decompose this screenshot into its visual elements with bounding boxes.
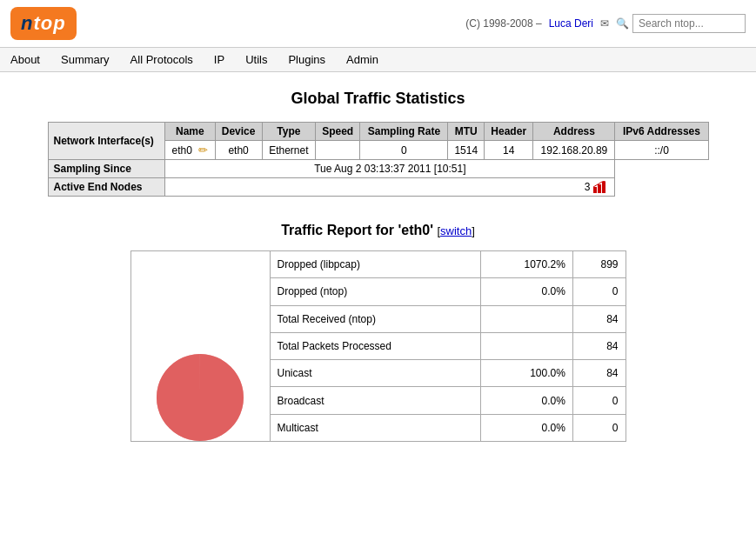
- traffic-title-text: Traffic Report for 'eth0': [281, 223, 437, 237]
- author-link[interactable]: Luca Deri: [549, 17, 593, 30]
- iface-device: eth0: [215, 141, 262, 160]
- search-icon: 🔍: [616, 17, 629, 30]
- logo-top: top: [33, 12, 65, 34]
- stat-val: 899: [572, 251, 626, 278]
- col-speed: Speed: [315, 123, 359, 141]
- nav-admin[interactable]: Admin: [343, 51, 382, 68]
- iface-ipv6: ::/0: [615, 141, 708, 160]
- stat-label: Total Packets Processed: [270, 332, 481, 359]
- col-name: Name: [165, 123, 215, 141]
- traffic-stat-row: Broadcast0.0%0: [270, 387, 626, 414]
- stat-pct: [481, 305, 572, 332]
- stat-label: Dropped (libpcap): [270, 251, 481, 278]
- nav-ip[interactable]: IP: [211, 51, 228, 68]
- stat-label: Dropped (ntop): [270, 278, 481, 305]
- sampling-since-value: Tue Aug 2 03:13:37 2011 [10:51]: [165, 160, 615, 178]
- chart-icon[interactable]: [593, 181, 609, 193]
- stat-pct: 0.0%: [481, 414, 572, 441]
- col-header: Header: [485, 123, 533, 141]
- iface-mtu: 1514: [448, 141, 485, 160]
- copyright-text: (C) 1998-2008 –: [465, 17, 541, 30]
- iface-name: eth0 ✏: [165, 141, 215, 160]
- iface-speed: [315, 141, 359, 160]
- iface-header: 14: [485, 141, 533, 160]
- network-interface-label: Network Interface(s): [48, 123, 165, 160]
- nav-about[interactable]: About: [7, 51, 43, 68]
- col-mtu: MTU: [448, 123, 485, 141]
- svg-rect-1: [598, 184, 601, 193]
- iface-sampling-rate: 0: [360, 141, 448, 160]
- stat-label: Total Received (ntop): [270, 305, 481, 332]
- stat-label: Multicast: [270, 414, 481, 441]
- stat-val: 84: [572, 360, 626, 387]
- stat-label: Unicast: [270, 360, 481, 387]
- header: ntop (C) 1998-2008 – Luca Deri ✉ 🔍: [0, 0, 756, 48]
- nav-all-protocols[interactable]: All Protocols: [127, 51, 197, 68]
- col-type: Type: [262, 123, 315, 141]
- traffic-stat-row: Dropped (libpcap)1070.2%899: [270, 251, 626, 278]
- header-right: (C) 1998-2008 – Luca Deri ✉ 🔍: [465, 14, 746, 33]
- col-sampling-rate: Sampling Rate: [360, 123, 448, 141]
- sampling-since-label: Sampling Since: [48, 160, 165, 178]
- logo[interactable]: ntop: [10, 7, 77, 40]
- svg-rect-0: [593, 187, 597, 193]
- pie-chart: [139, 328, 261, 441]
- stat-pct: 100.0%: [481, 360, 572, 387]
- stat-pct: 0.0%: [481, 387, 572, 414]
- traffic-chart-area: [130, 250, 270, 442]
- stat-pct: 0.0%: [481, 278, 572, 305]
- traffic-report-title: Traffic Report for 'eth0' [switch]: [26, 223, 730, 238]
- sampling-since-row: Sampling Since Tue Aug 2 03:13:37 2011 […: [48, 160, 708, 178]
- col-ipv6: IPv6 Addresses: [615, 123, 708, 141]
- email-icon: ✉: [600, 17, 609, 30]
- stat-val: 84: [572, 332, 626, 359]
- stat-val: 0: [572, 387, 626, 414]
- main-content: Global Traffic Statistics Network Interf…: [0, 72, 756, 459]
- col-device: Device: [215, 123, 262, 141]
- active-nodes-value: 3: [165, 178, 615, 197]
- edit-icon[interactable]: ✏: [198, 144, 208, 157]
- search-box: 🔍: [616, 14, 746, 33]
- traffic-stat-row: Dropped (ntop)0.0%0: [270, 278, 626, 305]
- logo-text: n: [21, 12, 33, 34]
- stat-val: 0: [572, 414, 626, 441]
- traffic-stat-row: Multicast0.0%0: [270, 414, 626, 441]
- traffic-stats-table: Dropped (libpcap)1070.2%899Dropped (ntop…: [270, 250, 626, 442]
- iface-address: 192.168.20.89: [533, 141, 615, 160]
- stat-label: Broadcast: [270, 387, 481, 414]
- col-address: Address: [533, 123, 615, 141]
- nav-summary[interactable]: Summary: [57, 51, 113, 68]
- stat-pct: 1070.2%: [481, 251, 572, 278]
- traffic-stat-row: Total Received (ntop)84: [270, 305, 626, 332]
- stat-val: 0: [572, 278, 626, 305]
- traffic-stat-row: Unicast100.0%84: [270, 360, 626, 387]
- traffic-stat-row: Total Packets Processed84: [270, 332, 626, 359]
- traffic-section: Dropped (libpcap)1070.2%899Dropped (ntop…: [26, 250, 730, 442]
- iface-type: Ethernet: [262, 141, 315, 160]
- active-nodes-row: Active End Nodes 3: [48, 178, 708, 197]
- network-interface-table: Network Interface(s) Name Device Type Sp…: [48, 122, 709, 197]
- active-nodes-label: Active End Nodes: [48, 178, 165, 197]
- nav-plugins[interactable]: Plugins: [284, 51, 329, 68]
- stat-val: 84: [572, 305, 626, 332]
- nav-utils[interactable]: Utils: [242, 51, 271, 68]
- global-traffic-title: Global Traffic Statistics: [26, 90, 730, 108]
- svg-rect-2: [602, 182, 605, 193]
- nav-bar: About Summary All Protocols IP Utils Plu…: [0, 48, 756, 72]
- switch-link[interactable]: switch: [440, 224, 472, 237]
- stat-pct: [481, 332, 572, 359]
- search-input[interactable]: [632, 14, 746, 33]
